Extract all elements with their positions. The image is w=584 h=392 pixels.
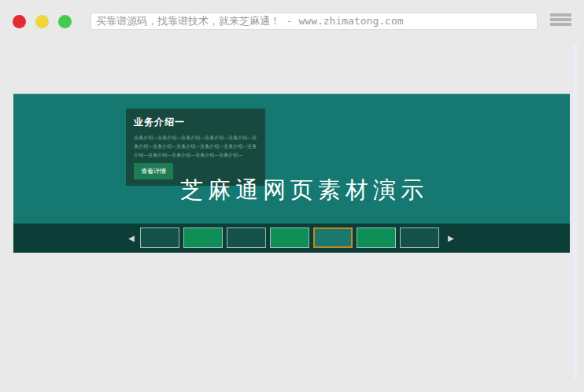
- browser-chrome: 买靠谱源码，找靠谱技术，就来芝麻通！ - www.zhimatong.com: [0, 0, 584, 43]
- carousel-thumb-3[interactable]: [227, 227, 266, 248]
- carousel-next-icon[interactable]: ▶: [448, 224, 454, 253]
- card-title: 业务介绍一: [134, 116, 257, 129]
- hamburger-bar: [550, 13, 571, 17]
- content-top-border: [9, 43, 575, 43]
- carousel-thumbs: [140, 227, 439, 248]
- scrollbar-track: [573, 43, 578, 379]
- carousel-thumb-5[interactable]: [313, 227, 353, 248]
- carousel-thumb-strip: ◀ ▶: [13, 224, 570, 253]
- maximize-button[interactable]: [58, 15, 72, 28]
- hamburger-bar: [550, 18, 571, 21]
- carousel-thumb-1[interactable]: [140, 227, 179, 248]
- minimize-button[interactable]: [35, 15, 49, 28]
- carousel-thumb-4[interactable]: [270, 227, 309, 248]
- close-button[interactable]: [13, 15, 26, 28]
- address-bar-input[interactable]: 买靠谱源码，找靠谱技术，就来芝麻通！ - www.zhimatong.com: [91, 13, 538, 30]
- hamburger-bar: [550, 23, 571, 26]
- banner-slider: 业务介绍一 业务介绍—业务介绍—业务介绍—业务介绍—业务介绍—业务介绍—业务介绍…: [13, 94, 570, 253]
- banner-headline: 芝麻通网页素材演示: [13, 175, 570, 206]
- carousel-thumb-6[interactable]: [357, 227, 396, 248]
- card-body-text: 业务介绍—业务介绍—业务介绍—业务介绍—业务介绍—业务介绍—业务介绍—业务介绍—…: [134, 133, 257, 159]
- carousel-thumb-7[interactable]: [400, 227, 439, 248]
- hamburger-menu-icon[interactable]: [550, 13, 571, 28]
- carousel-thumb-2[interactable]: [183, 227, 223, 248]
- carousel-prev-icon[interactable]: ◀: [128, 224, 135, 253]
